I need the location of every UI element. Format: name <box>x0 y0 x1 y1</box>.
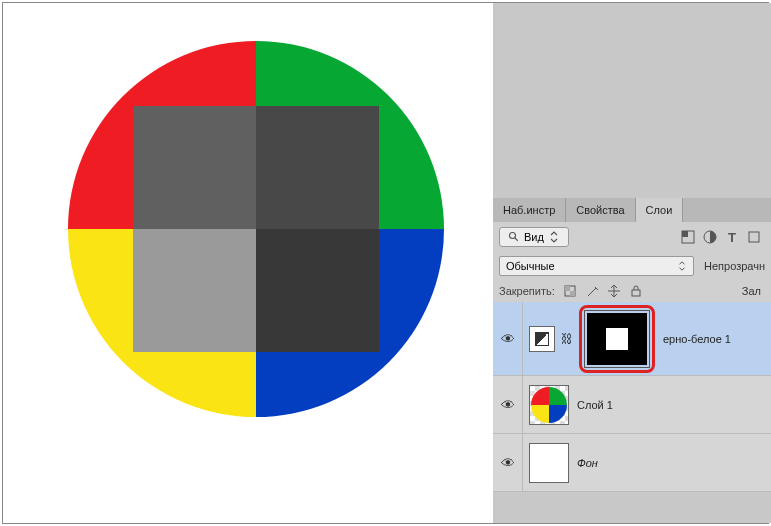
svg-point-0 <box>510 233 516 239</box>
tab-properties[interactable]: Свойства <box>566 198 635 222</box>
gray-square-bl <box>133 229 256 352</box>
search-icon <box>508 231 520 243</box>
tab-layers[interactable]: Слои <box>636 198 684 222</box>
filter-kind-label: Вид <box>524 231 544 243</box>
mask-highlight-marker <box>579 305 655 373</box>
opacity-label: Непрозрачн <box>704 260 765 272</box>
svg-rect-8 <box>570 291 575 296</box>
layer-thumbnail[interactable] <box>529 443 569 483</box>
svg-rect-5 <box>749 232 759 242</box>
gray-square-tr <box>256 106 379 229</box>
lock-transparency-icon[interactable] <box>563 284 577 298</box>
artwork-circle <box>68 41 444 417</box>
lock-label: Закрепить: <box>499 285 555 297</box>
filter-pixel-icon[interactable] <box>681 230 695 244</box>
lock-pixels-icon[interactable] <box>585 284 599 298</box>
filter-text-icon[interactable]: T <box>725 230 739 244</box>
gray-square-br <box>256 229 379 352</box>
adjustment-thumbnail[interactable] <box>529 326 555 352</box>
svg-rect-3 <box>682 231 688 237</box>
tab-tools[interactable]: Наб.инстр <box>493 198 566 222</box>
svg-line-1 <box>515 238 518 241</box>
panel-tabs: Наб.инстр Свойства Слои <box>493 198 771 222</box>
fill-label: Зал <box>742 285 761 297</box>
visibility-toggle-icon[interactable]: 👁 <box>501 331 515 347</box>
chevron-updown-icon <box>677 261 687 271</box>
lock-position-icon[interactable] <box>607 284 621 298</box>
gray-square-tl <box>133 106 256 229</box>
layers-list: 👁 ⛓ ерно-белое 1 <box>493 302 771 492</box>
layer-thumbnail[interactable] <box>529 385 569 425</box>
filter-adjustment-icon[interactable] <box>703 230 717 244</box>
filter-shape-icon[interactable] <box>747 230 761 244</box>
layer-mask-thumbnail[interactable] <box>587 313 647 365</box>
filter-kind-dropdown[interactable]: Вид <box>499 227 569 247</box>
layers-panel: Наб.инстр Свойства Слои Вид T Обычные Не <box>493 198 771 492</box>
svg-rect-9 <box>632 290 640 296</box>
visibility-toggle-icon[interactable]: 👁 <box>501 455 515 471</box>
chevron-updown-icon <box>548 231 560 243</box>
link-icon[interactable]: ⛓ <box>561 332 573 346</box>
canvas-area[interactable] <box>3 3 493 523</box>
layer-background[interactable]: 👁 Фон <box>493 434 771 492</box>
blend-mode-select[interactable]: Обычные <box>499 256 694 276</box>
blend-mode-value: Обычные <box>506 260 555 272</box>
layer-name-label[interactable]: Фон <box>577 457 598 469</box>
lock-all-icon[interactable] <box>629 284 643 298</box>
layer-adjustment[interactable]: 👁 ⛓ ерно-белое 1 <box>493 302 771 376</box>
layer-name-label[interactable]: ерно-белое 1 <box>663 333 731 345</box>
layer-name-label[interactable]: Слой 1 <box>577 399 613 411</box>
svg-rect-7 <box>565 286 570 291</box>
visibility-toggle-icon[interactable]: 👁 <box>501 397 515 413</box>
layer-1[interactable]: 👁 Слой 1 <box>493 376 771 434</box>
